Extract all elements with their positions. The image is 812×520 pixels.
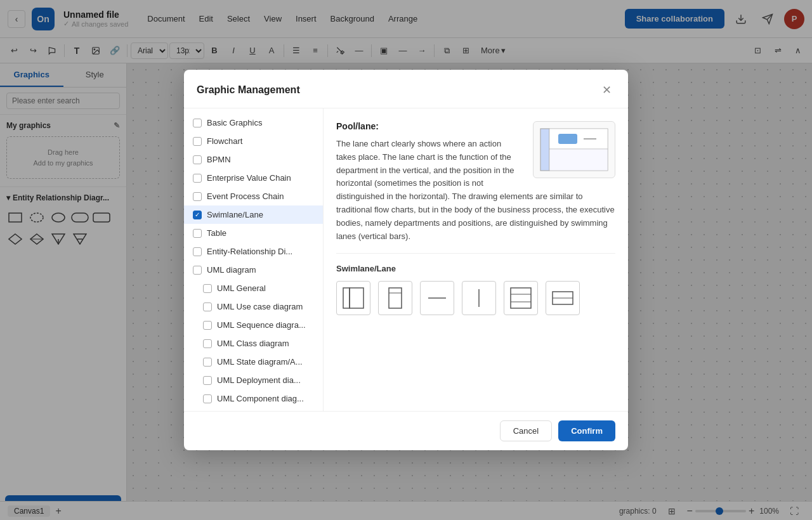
modal-list: Basic Graphics Flowchart BPMN Enterprise…: [184, 108, 324, 411]
svg-rect-19: [549, 129, 608, 149]
swimlane-section-title: Swimlane/Lane: [336, 264, 615, 273]
label-basic-graphics: Basic Graphics: [207, 118, 262, 127]
label-uml-class: UML Class diagram: [217, 339, 289, 348]
checkbox-entity-rel[interactable]: [193, 247, 202, 256]
label-uml-component: UML Component diag...: [217, 394, 304, 403]
modal-overlay[interactable]: Graphic Management ✕ Basic Graphics Flow…: [0, 0, 812, 520]
list-item-entity-rel[interactable]: Entity-Relationship Di...: [184, 242, 323, 261]
label-uml-state: UML State diagram/A...: [217, 357, 303, 367]
list-item-basic-graphics[interactable]: Basic Graphics: [184, 114, 323, 132]
label-uml-deployment: UML Deployment dia...: [217, 375, 301, 385]
swimlane-shape-vline[interactable]: [462, 281, 496, 315]
checkbox-uml-deployment[interactable]: [203, 376, 212, 385]
checkbox-enterprise-value-chain[interactable]: [193, 174, 202, 183]
label-uml-general: UML General: [217, 283, 266, 293]
list-item-uml-class[interactable]: UML Class diagram: [184, 334, 323, 353]
swimlane-shape-hline[interactable]: [420, 281, 454, 315]
checkbox-uml-diagram[interactable]: [193, 266, 202, 275]
svg-rect-29: [511, 288, 531, 308]
modal-footer: Cancel Confirm: [184, 411, 628, 450]
checkbox-uml-component[interactable]: [203, 394, 212, 403]
swimlane-shape-wide[interactable]: [546, 281, 580, 315]
list-item-table[interactable]: Table: [184, 224, 323, 242]
checkbox-uml-class[interactable]: [203, 339, 212, 348]
modal-title: Graphic Management: [197, 84, 300, 96]
preview-box: [533, 121, 615, 178]
label-swimlane: Swimlane/Lane: [207, 210, 263, 219]
list-item-event-process-chain[interactable]: Event Process Chain: [184, 187, 323, 205]
svg-rect-24: [350, 288, 363, 308]
modal-close-button[interactable]: ✕: [598, 81, 615, 99]
modal-content: Pool/lane: The lane chart clearly shows …: [324, 108, 628, 411]
svg-rect-23: [343, 288, 350, 308]
content-divider: [336, 253, 615, 254]
checkbox-event-process-chain[interactable]: [193, 192, 202, 201]
svg-rect-20: [549, 149, 608, 171]
checkbox-uml-general[interactable]: [203, 284, 212, 293]
label-enterprise-value-chain: Enterprise Value Chain: [207, 173, 291, 183]
list-item-enterprise-value-chain[interactable]: Enterprise Value Chain: [184, 169, 323, 187]
list-item-bpmn[interactable]: BPMN: [184, 150, 323, 169]
list-item-uml-general[interactable]: UML General: [184, 279, 323, 297]
list-item-uml-state[interactable]: UML State diagram/A...: [184, 353, 323, 371]
checkbox-basic-graphics[interactable]: [193, 119, 202, 127]
cancel-button[interactable]: Cancel: [500, 420, 552, 441]
checkbox-uml-state[interactable]: [203, 358, 212, 367]
list-item-swimlane[interactable]: Swimlane/Lane: [184, 205, 323, 224]
confirm-button[interactable]: Confirm: [558, 420, 615, 441]
label-uml-diagram: UML diagram: [207, 265, 256, 275]
checkbox-bpmn[interactable]: [193, 155, 202, 164]
list-item-uml-component[interactable]: UML Component diag...: [184, 389, 323, 408]
label-event-process-chain: Event Process Chain: [207, 192, 284, 201]
list-item-flowchart[interactable]: Flowchart: [184, 132, 323, 150]
modal-body: Basic Graphics Flowchart BPMN Enterprise…: [184, 108, 628, 411]
swimlane-shape-hpool[interactable]: [504, 281, 538, 315]
list-item-uml-deployment[interactable]: UML Deployment dia...: [184, 371, 323, 389]
swimlane-shapes: [336, 281, 615, 315]
list-item-uml-diagram[interactable]: UML diagram: [184, 261, 323, 279]
svg-rect-25: [389, 288, 402, 308]
label-uml-sequence: UML Sequence diagra...: [217, 320, 306, 330]
label-bpmn: BPMN: [207, 155, 231, 164]
swimlane-shape-vertical[interactable]: [336, 281, 370, 315]
swimlane-shape-single[interactable]: [378, 281, 412, 315]
checkbox-flowchart[interactable]: [193, 137, 202, 146]
checkbox-swimlane[interactable]: [193, 211, 202, 219]
checkbox-uml-sequence[interactable]: [203, 321, 212, 330]
label-entity-rel: Entity-Relationship Di...: [207, 247, 292, 256]
checkbox-uml-use-case[interactable]: [203, 302, 212, 311]
svg-rect-21: [558, 134, 577, 144]
modal-header: Graphic Management ✕: [184, 70, 628, 108]
checkbox-table[interactable]: [193, 229, 202, 238]
list-item-uml-use-case[interactable]: UML Use case diagram: [184, 297, 323, 316]
label-uml-use-case: UML Use case diagram: [217, 302, 303, 311]
list-item-uml-sequence[interactable]: UML Sequence diagra...: [184, 316, 323, 334]
label-flowchart: Flowchart: [207, 136, 242, 146]
svg-rect-18: [540, 129, 549, 171]
label-table: Table: [207, 228, 226, 238]
modal-dialog: Graphic Management ✕ Basic Graphics Flow…: [184, 70, 628, 450]
